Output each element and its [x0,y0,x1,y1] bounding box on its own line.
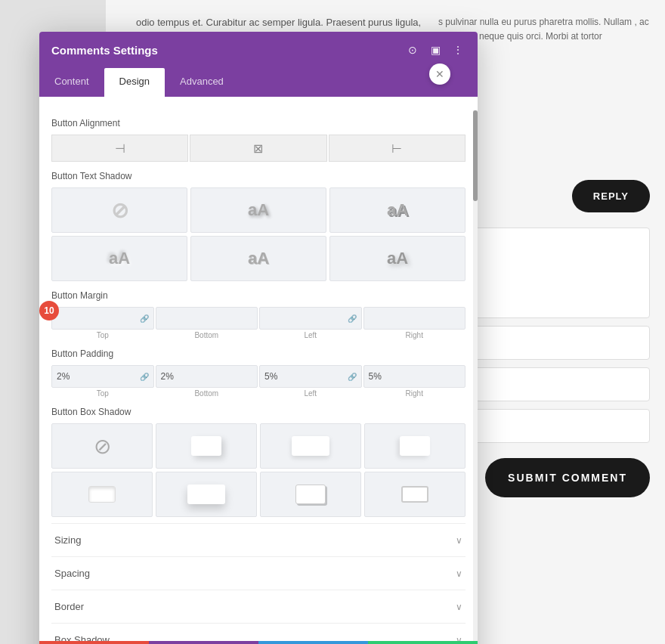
align-left-btn[interactable]: ⊣ [51,135,188,162]
accordion-box-shadow-header[interactable]: Box Shadow ∨ [51,624,466,641]
step-badge: 10 [39,301,59,320]
box-shadow-2[interactable] [260,423,361,469]
accordion-spacing-header[interactable]: Spacing ∨ [51,557,466,590]
redo-button[interactable]: ↻ [258,641,368,644]
chevron-down-icon: ∨ [456,535,462,546]
padding-row: 🔗 Top Bottom 🔗 Left [51,365,466,398]
margin-top-group: 🔗 Top [51,307,154,339]
button-text-shadow-label: Button Text Shadow [51,171,466,181]
padding-left-group: 🔗 Left [259,365,362,398]
modal-header: Comments Settings ⊙ ▣ ⋮ [39,32,478,68]
padding-bottom-label: Bottom [194,389,218,398]
box-shadow-none[interactable]: ⊘ [51,423,153,469]
accordion-border-label: Border [54,601,84,612]
box-shadow-preview-6 [295,485,326,504]
box-shadow-preview-2 [292,436,329,456]
more-icon[interactable]: ⋮ [450,42,466,57]
save-button[interactable]: ✓ [368,641,478,644]
padding-left-label: Left [304,389,317,398]
shadow-none-btn[interactable]: ⊘ [51,187,187,233]
button-padding-label: Button Padding [51,348,466,359]
chevron-down-icon-3: ∨ [456,602,462,612]
scrollbar-thumb[interactable] [473,110,478,201]
margin-left-input[interactable] [264,313,346,324]
undo-button[interactable]: ↺ [149,641,258,644]
accordion-sizing-header[interactable]: Sizing ∨ [51,524,466,556]
modal-header-icons: ⊙ ▣ ⋮ [405,42,466,57]
padding-right-group: Right [363,365,466,398]
tab-advanced[interactable]: Advanced [165,68,239,97]
margin-row: 🔗 Top Bottom 🔗 Left [51,307,466,339]
accordion-box-shadow-label: Box Shadow [54,634,110,641]
padding-right-label: Right [406,389,423,398]
alignment-row: ⊣ ⊠ ⊢ [51,135,466,162]
cancel-button[interactable]: ✕ [39,641,149,644]
no-shadow-icon: ⊘ [94,434,111,459]
margin-left-group: 🔗 Left [259,307,362,339]
padding-bottom-group: Bottom [156,365,258,398]
padding-link-icon-2[interactable]: 🔗 [348,373,357,381]
margin-bottom-label: Bottom [194,331,218,339]
shadow-grid: ⊘ aA aA aA aA aA [51,187,466,281]
window-icon[interactable]: ▣ [428,42,443,57]
accordion-box-shadow: Box Shadow ∨ [51,624,466,641]
shadow-4-btn[interactable]: aA [190,236,326,281]
margin-link-icon-1[interactable]: 🔗 [140,314,149,323]
margin-bottom-input[interactable] [161,313,253,324]
tab-content[interactable]: Content [39,68,104,97]
align-center-btn[interactable]: ⊠ [190,135,326,162]
reply-button[interactable]: REPLY [572,180,650,212]
accordion: Sizing ∨ Spacing ∨ Border ∨ Box Shadow [51,523,466,641]
padding-top-input[interactable] [57,371,138,382]
accordion-spacing-label: Spacing [54,568,90,579]
box-shadow-3[interactable] [364,423,466,469]
bottom-bar: ✕ ↺ ↻ ✓ [39,641,478,644]
margin-top-label: Top [97,331,109,339]
button-box-shadow-label: Button Box Shadow [51,407,466,417]
submit-button[interactable]: SUBMIT COMMENT [485,458,650,497]
margin-link-icon-2[interactable]: 🔗 [348,314,357,323]
shadow-1-btn[interactable]: aA [190,187,326,233]
padding-bottom-input[interactable] [161,371,253,382]
box-shadow-1[interactable] [156,423,257,469]
tab-design[interactable]: Design [104,68,165,97]
margin-right-label: Right [406,331,423,339]
margin-right-group: Right [363,307,466,339]
box-shadow-6[interactable] [260,472,361,517]
padding-right-input[interactable] [369,371,461,382]
button-margin-label: Button Margin [51,290,466,301]
box-shadow-preview-4 [88,486,116,503]
accordion-spacing: Spacing ∨ [51,557,466,590]
shadow-2-btn[interactable]: aA [329,187,466,233]
chevron-down-icon-2: ∨ [456,568,462,579]
modal-close-button[interactable]: ✕ [429,63,450,85]
accordion-border: Border ∨ [51,590,466,624]
padding-top-label: Top [97,389,109,398]
modal-title: Comments Settings [51,44,158,57]
margin-left-label: Left [304,331,317,339]
box-shadow-preview-1 [191,436,221,456]
padding-link-icon-1[interactable]: 🔗 [140,373,149,381]
margin-top-input[interactable] [57,313,138,324]
box-shadow-preview-5 [187,485,225,504]
padding-top-group: 🔗 Top [51,365,154,398]
margin-right-input[interactable] [369,313,461,324]
settings-icon[interactable]: ⊙ [405,42,420,57]
accordion-border-header[interactable]: Border ∨ [51,590,466,623]
accordion-sizing: Sizing ∨ [51,524,466,557]
align-right-btn[interactable]: ⊢ [329,135,466,162]
scrollbar-track [473,110,478,641]
box-shadow-7[interactable] [364,472,466,517]
shadow-3-btn[interactable]: aA [51,236,187,281]
modal-body: Button Alignment ⊣ ⊠ ⊢ Button Text Shado… [39,97,478,641]
comments-settings-modal: Comments Settings ⊙ ▣ ⋮ Content Design A… [39,32,478,644]
padding-left-input[interactable] [264,371,346,382]
button-alignment-label: Button Alignment [51,118,466,128]
margin-bottom-group: Bottom [156,307,258,339]
box-shadow-5[interactable] [156,472,257,517]
box-shadow-4[interactable] [51,472,153,517]
box-shadow-preview-3 [400,436,430,456]
tabs: Content Design Advanced [39,68,478,97]
shadow-5-btn[interactable]: aA [329,236,466,281]
box-shadow-grid: ⊘ [51,423,466,517]
